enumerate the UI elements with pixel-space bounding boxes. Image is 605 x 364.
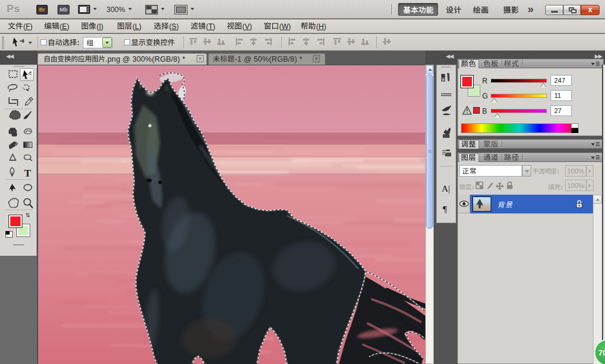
svg-text:¶: ¶ [443,204,447,214]
svg-text:A|: A| [442,184,450,193]
svg-text:T: T [24,167,31,179]
